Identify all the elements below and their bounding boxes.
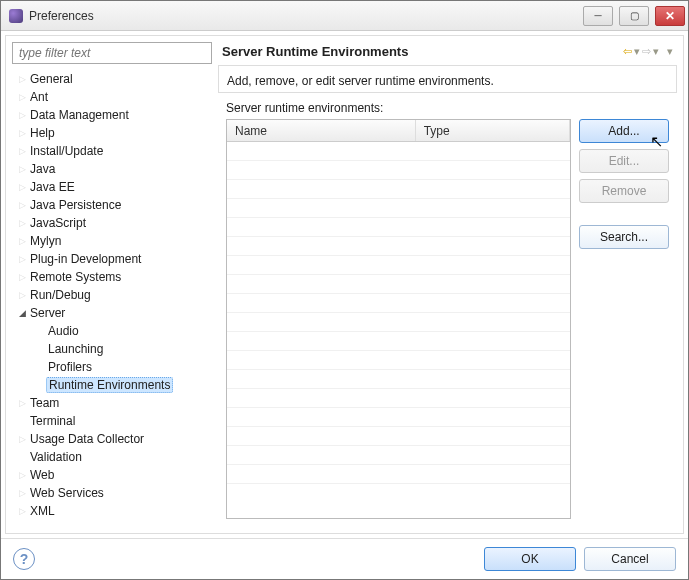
tree-item-label: Team	[28, 396, 61, 410]
tree-item[interactable]: ▷Team	[12, 394, 212, 412]
chevron-right-icon[interactable]: ▷	[16, 236, 28, 246]
column-name[interactable]: Name	[227, 120, 416, 141]
chevron-right-icon[interactable]: ▷	[16, 182, 28, 192]
tree-item[interactable]: ▷Mylyn	[12, 232, 212, 250]
edit-button: Edit...	[579, 149, 669, 173]
tree-item[interactable]: ▷Usage Data Collector	[12, 430, 212, 448]
table-row	[227, 161, 570, 180]
tree-item[interactable]: ▷Remote Systems	[12, 268, 212, 286]
chevron-right-icon[interactable]: ▷	[16, 470, 28, 480]
ok-button[interactable]: OK	[484, 547, 576, 571]
table-row	[227, 199, 570, 218]
chevron-right-icon[interactable]: ▷	[16, 128, 28, 138]
cancel-button[interactable]: Cancel	[584, 547, 676, 571]
tree-item-label: Runtime Environments	[46, 377, 173, 393]
table-row	[227, 275, 570, 294]
tree-item[interactable]: ▷Plug-in Development	[12, 250, 212, 268]
chevron-right-icon[interactable]: ▷	[16, 290, 28, 300]
page-description: Add, remove, or edit server runtime envi…	[218, 65, 677, 93]
tree-item[interactable]: Runtime Environments	[12, 376, 212, 394]
column-type[interactable]: Type	[416, 120, 570, 141]
tree-item[interactable]: ▷Web	[12, 466, 212, 484]
minimize-button[interactable]: ─	[583, 6, 613, 26]
tree-item[interactable]: ▷Data Management	[12, 106, 212, 124]
chevron-right-icon[interactable]: ▷	[16, 74, 28, 84]
chevron-right-icon[interactable]: ▷	[16, 92, 28, 102]
window-controls: ─ ▢ ✕	[580, 2, 688, 30]
tree-item[interactable]: ▷Java Persistence	[12, 196, 212, 214]
tree-item-label: Java EE	[28, 180, 77, 194]
back-menu-icon[interactable]: ▾	[634, 45, 640, 58]
footer-buttons: OK Cancel	[484, 547, 676, 571]
help-icon[interactable]: ?	[13, 548, 35, 570]
tree-item[interactable]: ▷Web Services	[12, 484, 212, 502]
maximize-button[interactable]: ▢	[619, 6, 649, 26]
back-icon[interactable]: ⇦	[623, 45, 632, 58]
chevron-right-icon[interactable]: ▷	[16, 488, 28, 498]
tree-item[interactable]: ▷XML	[12, 502, 212, 520]
chevron-right-icon[interactable]: ▷	[16, 200, 28, 210]
tree-item[interactable]: Terminal	[12, 412, 212, 430]
chevron-right-icon[interactable]: ▷	[16, 254, 28, 264]
tree-item-label: Usage Data Collector	[28, 432, 146, 446]
tree-item[interactable]: ▷Java	[12, 160, 212, 178]
action-buttons: Add... Edit... Remove Search...	[579, 119, 669, 519]
table-row	[227, 256, 570, 275]
add-button[interactable]: Add...	[579, 119, 669, 143]
close-button[interactable]: ✕	[655, 6, 685, 26]
table-row	[227, 294, 570, 313]
table-row	[227, 218, 570, 237]
app-icon	[9, 9, 23, 23]
tree-item-label: Plug-in Development	[28, 252, 143, 266]
table-row	[227, 180, 570, 199]
tree-item[interactable]: ◢Server	[12, 304, 212, 322]
preferences-window: Preferences ─ ▢ ✕ ▷General▷Ant▷Data Mana…	[0, 0, 689, 580]
chevron-right-icon[interactable]: ▷	[16, 272, 28, 282]
tree-item[interactable]: ▷Run/Debug	[12, 286, 212, 304]
forward-menu-icon[interactable]: ▾	[653, 45, 659, 58]
table-row	[227, 446, 570, 465]
tree-item[interactable]: ▷General	[12, 70, 212, 88]
table-row	[227, 465, 570, 484]
chevron-right-icon[interactable]: ▷	[16, 110, 28, 120]
runtime-table[interactable]: Name Type	[226, 119, 571, 519]
tree-item[interactable]: ▷Install/Update	[12, 142, 212, 160]
search-button[interactable]: Search...	[579, 225, 669, 249]
tree-item[interactable]: Audio	[12, 322, 212, 340]
tree-item-label: Mylyn	[28, 234, 63, 248]
titlebar: Preferences ─ ▢ ✕	[1, 1, 688, 31]
table-row	[227, 313, 570, 332]
tree-item-label: Java	[28, 162, 57, 176]
tree-item[interactable]: ▷Java EE	[12, 178, 212, 196]
chevron-right-icon[interactable]: ▷	[16, 218, 28, 228]
filter-input[interactable]	[12, 42, 212, 64]
table-row	[227, 142, 570, 161]
nav-toolbar: ⇦ ▾ ⇨ ▾ ▾	[623, 45, 673, 58]
chevron-right-icon[interactable]: ▷	[16, 398, 28, 408]
view-menu-icon[interactable]: ▾	[667, 45, 673, 58]
tree-item-label: Data Management	[28, 108, 131, 122]
tree-item-label: Java Persistence	[28, 198, 123, 212]
table-row	[227, 408, 570, 427]
tree-item-label: Server	[28, 306, 67, 320]
table-row	[227, 427, 570, 446]
main-header: Server Runtime Environments ⇦ ▾ ⇨ ▾ ▾	[218, 42, 677, 65]
tree-item-label: Help	[28, 126, 57, 140]
tree-item[interactable]: ▷Ant	[12, 88, 212, 106]
tree-item[interactable]: ▷JavaScript	[12, 214, 212, 232]
chevron-down-icon[interactable]: ◢	[16, 308, 28, 318]
tree-item[interactable]: Validation	[12, 448, 212, 466]
table-body	[227, 142, 570, 518]
tree-item[interactable]: Launching	[12, 340, 212, 358]
chevron-right-icon[interactable]: ▷	[16, 164, 28, 174]
chevron-right-icon[interactable]: ▷	[16, 506, 28, 516]
tree-item-label: Profilers	[46, 360, 94, 374]
forward-icon[interactable]: ⇨	[642, 45, 651, 58]
chevron-right-icon[interactable]: ▷	[16, 146, 28, 156]
chevron-right-icon[interactable]: ▷	[16, 434, 28, 444]
sidebar: ▷General▷Ant▷Data Management▷Help▷Instal…	[12, 42, 212, 527]
tree-item[interactable]: ▷Help	[12, 124, 212, 142]
tree-item[interactable]: Profilers	[12, 358, 212, 376]
preference-tree[interactable]: ▷General▷Ant▷Data Management▷Help▷Instal…	[12, 68, 212, 527]
window-title-text: Preferences	[29, 9, 94, 23]
